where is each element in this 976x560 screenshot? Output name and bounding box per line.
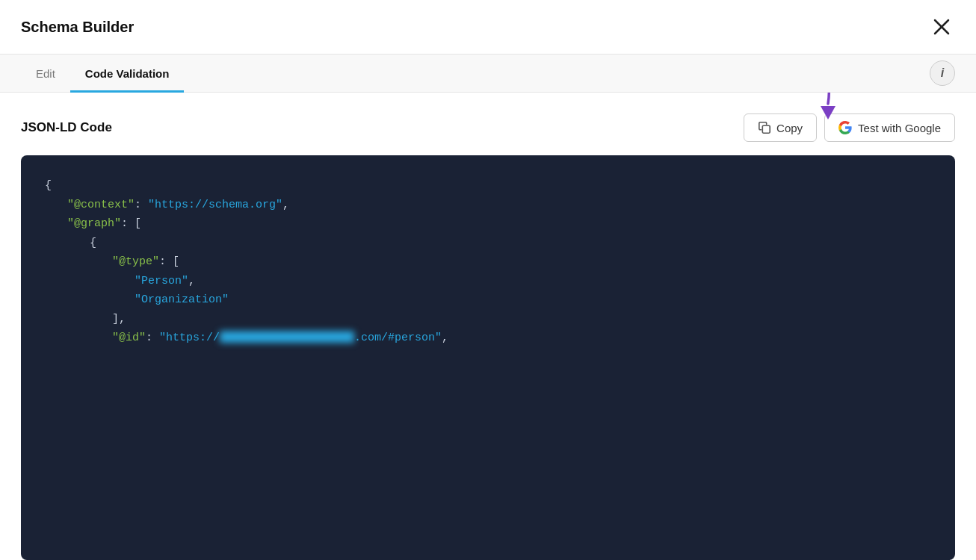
dialog-title: Schema Builder <box>21 19 134 36</box>
code-line-8: ], <box>45 310 931 329</box>
code-line-7: "Organization" <box>45 290 931 310</box>
copy-button-label: Copy <box>776 122 803 134</box>
code-line-3: "@graph": [ <box>45 214 931 234</box>
code-line-9: "@id": "https://████████████████████.com… <box>45 329 931 348</box>
tabs-bar: Edit Code Validation i <box>0 55 976 93</box>
copy-icon <box>758 121 771 134</box>
code-line-5: "@type": [ <box>45 252 931 272</box>
tab-list: Edit Code Validation <box>21 55 184 92</box>
tab-code-validation[interactable]: Code Validation <box>70 55 185 93</box>
code-block: { "@context": "https://schema.org", "@gr… <box>21 155 955 560</box>
close-button[interactable] <box>928 13 955 40</box>
section-header: JSON-LD Code Copy <box>21 113 955 142</box>
section-title: JSON-LD Code <box>21 120 112 135</box>
close-icon <box>933 19 950 35</box>
code-line-4: { <box>45 234 931 253</box>
tab-edit[interactable]: Edit <box>21 55 70 93</box>
main-content: JSON-LD Code Copy <box>0 93 976 560</box>
svg-rect-3 <box>762 125 770 133</box>
code-line-2: "@context": "https://schema.org", <box>45 196 931 215</box>
section-actions: Copy Test with Google <box>744 113 955 142</box>
dialog-header: Schema Builder <box>0 0 976 55</box>
code-line-6: "Person", <box>45 272 931 291</box>
test-with-google-button[interactable]: Test with Google <box>824 113 955 142</box>
google-icon <box>838 121 852 134</box>
copy-button[interactable]: Copy <box>744 113 817 142</box>
schema-builder-dialog: Schema Builder Edit Code Validation i JS… <box>0 0 976 560</box>
info-icon-button[interactable]: i <box>930 60 955 86</box>
test-with-google-button-label: Test with Google <box>858 122 941 134</box>
code-line-1: { <box>45 176 931 196</box>
